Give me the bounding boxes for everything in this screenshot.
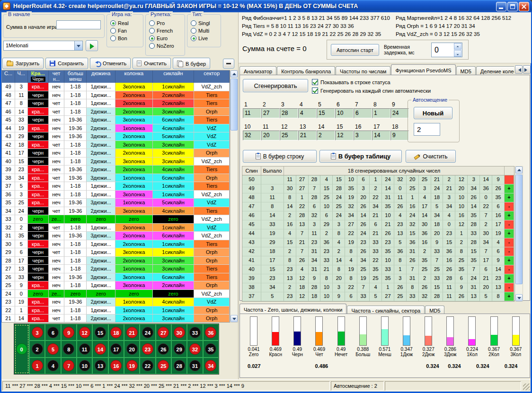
resize-grip[interactable]: [523, 384, 530, 390]
autospin-button[interactable]: Автоспин старт: [331, 44, 379, 56]
board-cell-31[interactable]: 31: [187, 358, 203, 374]
board-cell-5[interactable]: 5: [45, 341, 61, 357]
history-row[interactable]: 375кра...неч1-181дюжи...2колонка1сиклайн…: [2, 182, 230, 191]
tab-5[interactable]: Деление колеса на: [476, 66, 514, 75]
scroll-up-icon[interactable]: [231, 70, 238, 78]
maximize-button[interactable]: [507, 2, 518, 11]
history-row[interactable]: 4614кра...чет1-182дюжи...2колонка3сиклай…: [2, 108, 230, 116]
history-row[interactable]: 296чернчет1-181дюжи...3колонка1сиклайнOr…: [2, 248, 230, 257]
history-row[interactable]: 4533черннеч19-363дюжи...3колонка6сиклайн…: [2, 116, 230, 124]
radio-option-fan[interactable]: Fan: [107, 27, 143, 35]
run-button[interactable]: [86, 40, 98, 51]
history-row[interactable]: 2817черннеч1-182дюжи...2колонка3сиклайнO…: [2, 257, 230, 265]
board-cell-32[interactable]: 32: [187, 341, 203, 357]
tab-1[interactable]: Контроль банкролла: [277, 66, 335, 75]
scroll-up-icon[interactable]: [515, 166, 523, 174]
freq-tab-1[interactable]: Частота - сиклайны, сектора: [347, 306, 425, 314]
board-cell-30[interactable]: 30: [171, 324, 187, 341]
history-row[interactable]: 2114кра...чет1-182дюжи...2колонка3сиклай…: [2, 314, 230, 323]
tab-3[interactable]: Функционал PsevdoMS: [391, 64, 455, 75]
board-cell-11[interactable]: 11: [77, 341, 92, 357]
new-button[interactable]: Новый: [414, 107, 452, 119]
start-sum-input[interactable]: [56, 20, 101, 29]
combo-dropdown-icon[interactable]: [74, 41, 82, 50]
board-cell-19[interactable]: 19: [124, 358, 140, 374]
buffer-row-button[interactable]: В буфер строку: [243, 150, 317, 163]
history-row[interactable]: 240zeroze...zerozerozerozeroVdZ_zch: [2, 290, 230, 298]
radio-option-nozero[interactable]: NoZero: [146, 42, 185, 50]
history-row[interactable]: 4811черннеч1-181дюжи...2колонка2сиклайнT…: [2, 91, 230, 100]
board-cell-25[interactable]: 25: [156, 358, 171, 374]
title-bar[interactable]: HelperRoullet 4.32- create helperroullet…: [0, 0, 532, 12]
history-row[interactable]: 221кра...неч1-181дюжи...1колонка1сиклайн…: [2, 306, 230, 315]
close-button[interactable]: [519, 2, 529, 11]
board-cell-3[interactable]: 3: [29, 324, 45, 341]
history-row[interactable]: 4117черннеч1-182дюжи...2колонка3сиклайнO…: [2, 149, 230, 157]
clear-generated-button[interactable]: Очистить: [406, 150, 456, 163]
clear-button[interactable]: Очистить: [133, 58, 171, 69]
history-row[interactable]: 3135черннеч19-363дюжи...2колонка6сиклайн…: [2, 232, 230, 240]
history-row[interactable]: 3834кра...чет19-363дюжи...1колонка6сикла…: [2, 174, 230, 183]
history-row[interactable]: 363кра...неч1-181дюжи...3колонка1сиклайн…: [2, 191, 230, 199]
board-cell-22[interactable]: 22: [140, 358, 155, 374]
autoshift-input[interactable]: [414, 123, 440, 136]
board-cell-29[interactable]: 29: [171, 341, 187, 357]
generator-checkbox-1[interactable]: Генерировать на каждый спин автоматическ…: [312, 87, 431, 96]
board-cell-35[interactable]: 35: [203, 341, 219, 357]
tab-4[interactable]: MD5: [456, 66, 476, 75]
spinner-up-icon[interactable]: [454, 43, 461, 50]
preset-combobox[interactable]: 1Melonati: [3, 41, 83, 51]
board-cell-1[interactable]: 1: [29, 358, 45, 374]
load-button[interactable]: Загрузить: [2, 58, 44, 69]
board-cell-9[interactable]: 9: [61, 324, 77, 341]
freq-tab-2[interactable]: MD5: [425, 306, 444, 314]
board-cell-18[interactable]: 18: [108, 324, 124, 341]
tab-scroll-right-icon[interactable]: [523, 65, 531, 74]
board-cell-6[interactable]: 6: [45, 324, 61, 341]
radio-option-live[interactable]: Live: [187, 35, 221, 42]
board-cell-2[interactable]: 2: [29, 341, 45, 357]
board-cell-10[interactable]: 10: [77, 358, 92, 374]
radio-option-singl[interactable]: Singl: [187, 19, 221, 27]
history-row[interactable]: 4015черннеч1-182дюжи...3колонка3сиклайнV…: [2, 157, 230, 166]
history-row[interactable]: 305кра...неч1-181дюжи...2колонка1сиклайн…: [2, 240, 230, 249]
board-cell-21[interactable]: 21: [124, 324, 140, 341]
radio-option-pro[interactable]: Pro: [146, 19, 185, 27]
radio-option-bon[interactable]: Bon: [107, 35, 143, 42]
history-row[interactable]: 478чернчет1-181дюжи...2колонка2сиклайнTi…: [2, 99, 230, 108]
history-row[interactable]: 3923кра...неч19-362дюжи...2колонка4сикла…: [2, 166, 230, 174]
board-cell-20[interactable]: 20: [124, 341, 140, 357]
board-cell-23[interactable]: 23: [140, 341, 155, 357]
board-zero-cell[interactable]: 0: [14, 324, 29, 374]
radio-option-euro[interactable]: Euro: [146, 35, 185, 42]
save-button[interactable]: Сохранить: [45, 58, 88, 69]
history-row[interactable]: 3424чернчет19-362дюжи...3колонка4сиклайн…: [2, 207, 230, 216]
buffer-table-button[interactable]: В буфер таблицу: [319, 150, 402, 163]
tab-scroll-left-icon[interactable]: [515, 65, 523, 74]
spins-scrollbar[interactable]: [515, 166, 523, 302]
history-scrollbar[interactable]: [230, 70, 238, 323]
tab-0[interactable]: Анализатор: [239, 66, 276, 75]
tab-2[interactable]: Частоты по числам: [336, 66, 390, 75]
scroll-down-icon[interactable]: [515, 294, 523, 301]
minimize-button[interactable]: [496, 2, 506, 11]
board-cell-36[interactable]: 36: [203, 324, 219, 341]
collapse-button[interactable]: [223, 59, 234, 69]
history-row[interactable]: 322чернчет1-181дюжи...2колонка1сиклайнVd…: [2, 224, 230, 232]
board-cell-12[interactable]: 12: [77, 324, 92, 341]
history-row[interactable]: 330zeroze...zerozerozerozeroVdZ_zch: [2, 215, 230, 224]
board-cell-8[interactable]: 8: [61, 341, 77, 357]
history-row[interactable]: 259кра...неч1-181дюжи...3колонка2сиклайн…: [2, 281, 230, 290]
undo-button[interactable]: Отменить: [90, 58, 131, 69]
scroll-thumb[interactable]: [515, 175, 523, 284]
board-cell-27[interactable]: 27: [156, 324, 171, 341]
board-cell-26[interactable]: 26: [156, 341, 171, 357]
delay-input[interactable]: [432, 43, 453, 57]
board-cell-15[interactable]: 15: [92, 324, 108, 341]
history-row[interactable]: 3525кра...неч19-363дюжи...1колонка5сикла…: [2, 199, 230, 207]
board-cell-33[interactable]: 33: [187, 324, 203, 341]
board-cell-28[interactable]: 28: [171, 358, 187, 374]
generate-button[interactable]: Сгенерировать: [243, 79, 308, 92]
board-cell-34[interactable]: 34: [203, 358, 219, 374]
generator-checkbox-0[interactable]: Показывать в строке статуса: [312, 79, 431, 87]
